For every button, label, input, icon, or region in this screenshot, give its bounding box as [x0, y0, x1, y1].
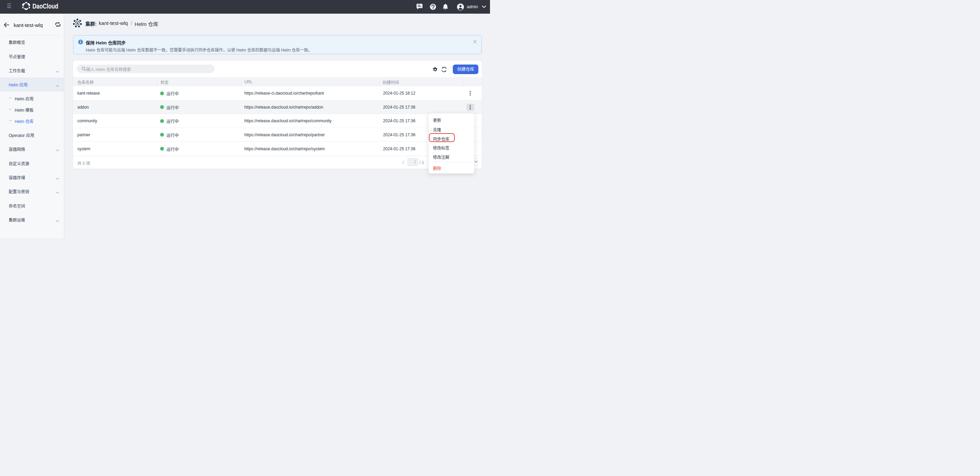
- svg-text:DaoCloud: DaoCloud: [32, 2, 58, 10]
